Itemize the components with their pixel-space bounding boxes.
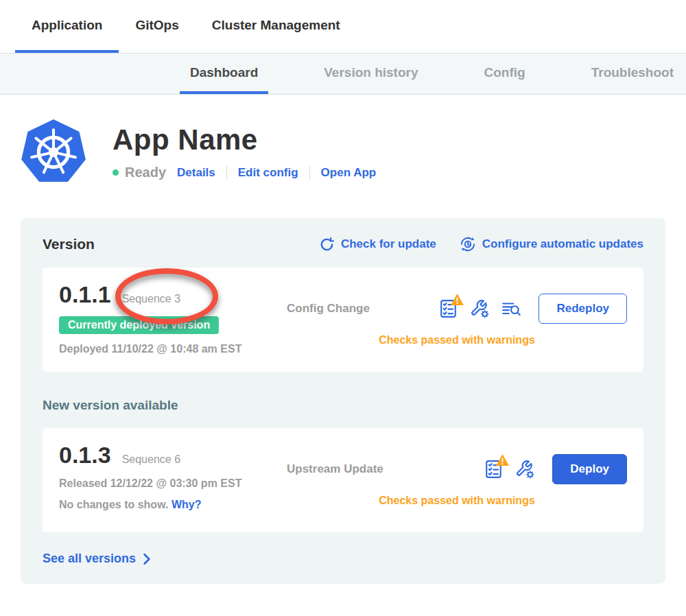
check-for-update-label: Check for update bbox=[341, 237, 436, 251]
tab-cluster-management[interactable]: Cluster Management bbox=[196, 0, 357, 53]
available-version-actions: Upstream Update bbox=[287, 442, 627, 519]
view-files-icon[interactable] bbox=[501, 300, 521, 318]
page-title: App Name bbox=[113, 123, 376, 156]
current-checks-status: Checks passed with warnings bbox=[287, 334, 627, 346]
status-ready-dot-icon bbox=[113, 169, 119, 176]
configure-automatic-updates-button[interactable]: Configure automatic updates bbox=[460, 236, 643, 252]
link-divider bbox=[226, 166, 227, 180]
see-all-versions-link[interactable]: See all versions bbox=[43, 552, 151, 566]
preflight-checks-icon[interactable] bbox=[440, 299, 458, 318]
check-for-update-button[interactable]: Check for update bbox=[319, 236, 436, 252]
available-version-info: 0.1.3 Sequence 6 Released 12/12/22 @ 03:… bbox=[59, 442, 287, 519]
version-section-header: Version Check for update Configure bbox=[43, 236, 643, 252]
see-all-versions-label: See all versions bbox=[43, 552, 136, 566]
secondary-nav: Dashboard Version history Config Trouble… bbox=[0, 53, 686, 95]
redeploy-button[interactable]: Redeploy bbox=[539, 294, 627, 324]
tab-version-history[interactable]: Version history bbox=[314, 54, 428, 94]
version-actions: Check for update Configure automatic upd… bbox=[319, 236, 643, 252]
configure-automatic-updates-label: Configure automatic updates bbox=[482, 237, 643, 251]
why-link[interactable]: Why? bbox=[172, 499, 202, 510]
kubernetes-logo-icon bbox=[21, 118, 86, 184]
tab-application[interactable]: Application bbox=[15, 0, 119, 53]
released-timestamp: Released 12/12/22 @ 03:30 pm EST bbox=[59, 477, 287, 490]
deploy-button[interactable]: Deploy bbox=[552, 454, 627, 484]
app-status-row: Ready Details Edit config Open App bbox=[113, 165, 376, 180]
status-label: Ready bbox=[125, 165, 166, 180]
app-header: App Name Ready Details Edit config Open … bbox=[0, 95, 686, 184]
current-version-actions: Config Change bbox=[287, 281, 627, 358]
new-version-heading: New version available bbox=[43, 398, 643, 413]
details-link[interactable]: Details bbox=[177, 166, 215, 180]
version-section: Version Check for update Configure bbox=[21, 218, 665, 584]
auto-update-clock-icon bbox=[460, 236, 476, 252]
warning-triangle-icon bbox=[450, 293, 464, 306]
refresh-icon bbox=[319, 237, 335, 252]
wrench-gear-icon[interactable] bbox=[515, 460, 534, 479]
wrench-gear-icon[interactable] bbox=[470, 299, 489, 318]
warning-triangle-icon bbox=[495, 453, 510, 466]
tab-troubleshoot[interactable]: Troubleshoot bbox=[581, 54, 684, 94]
current-version-info: 0.1.1 Sequence 3 Currently deployed vers… bbox=[59, 281, 287, 358]
tab-config[interactable]: Config bbox=[474, 54, 536, 94]
available-version-sequence: Sequence 6 bbox=[122, 453, 180, 466]
current-version-number: 0.1.1 bbox=[59, 281, 111, 308]
chevron-right-icon bbox=[143, 553, 151, 565]
version-section-title: Version bbox=[43, 236, 95, 252]
link-divider bbox=[309, 166, 310, 180]
available-version-icons bbox=[485, 460, 534, 479]
available-version-row: 0.1.3 Sequence 6 Released 12/12/22 @ 03:… bbox=[43, 428, 643, 532]
preflight-checks-icon[interactable] bbox=[485, 460, 503, 479]
available-version-source: Upstream Update bbox=[287, 462, 383, 476]
current-version-sequence: Sequence 3 bbox=[122, 293, 180, 305]
no-changes-line: No changes to show. Why? bbox=[59, 499, 287, 511]
edit-config-link[interactable]: Edit config bbox=[238, 166, 298, 180]
primary-nav: Application GitOps Cluster Management bbox=[0, 0, 686, 53]
available-version-number: 0.1.3 bbox=[59, 442, 111, 469]
current-version-source: Config Change bbox=[287, 302, 370, 316]
open-app-link[interactable]: Open App bbox=[321, 166, 377, 180]
app-status: Ready bbox=[113, 165, 166, 180]
tab-gitops[interactable]: GitOps bbox=[119, 0, 195, 53]
no-changes-text: No changes to show. bbox=[59, 499, 168, 510]
currently-deployed-badge: Currently deployed version bbox=[59, 316, 219, 334]
deployed-timestamp: Deployed 11/10/22 @ 10:48 am EST bbox=[59, 343, 287, 355]
current-version-row: 0.1.1 Sequence 3 Currently deployed vers… bbox=[43, 268, 643, 372]
available-checks-status: Checks passed with warnings bbox=[287, 495, 627, 507]
current-version-icons bbox=[440, 299, 521, 318]
tab-dashboard[interactable]: Dashboard bbox=[180, 54, 268, 94]
